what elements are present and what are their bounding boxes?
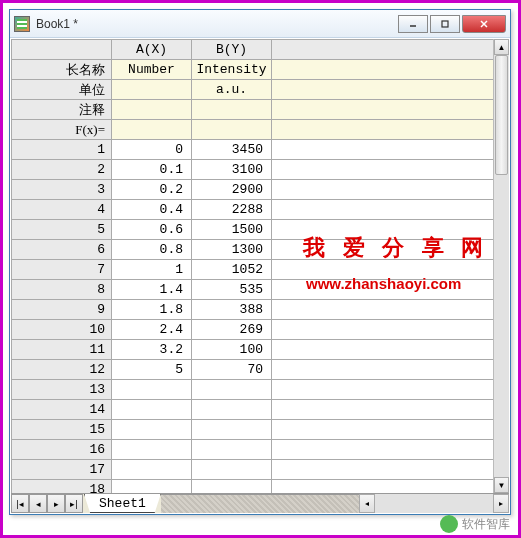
comments-b[interactable] — [192, 100, 272, 120]
cell-b[interactable]: 2288 — [192, 200, 272, 220]
scroll-right-button[interactable]: ▸ — [493, 494, 509, 513]
cell-empty[interactable] — [272, 360, 494, 380]
scroll-left-button[interactable]: ◂ — [359, 494, 375, 513]
cell-a[interactable]: 0.1 — [112, 160, 192, 180]
cell-empty[interactable] — [272, 380, 494, 400]
cell-b[interactable] — [192, 420, 272, 440]
horizontal-scrollbar[interactable]: ◂ ▸ — [359, 494, 509, 513]
row-number[interactable]: 6 — [12, 240, 112, 260]
sheet-nav-prev[interactable]: ◂ — [29, 494, 47, 513]
row-number[interactable]: 15 — [12, 420, 112, 440]
sheet-nav-next[interactable]: ▸ — [47, 494, 65, 513]
cell-empty[interactable] — [272, 180, 494, 200]
cell-a[interactable] — [112, 380, 192, 400]
row-number[interactable]: 12 — [12, 360, 112, 380]
cell-a[interactable] — [112, 480, 192, 494]
row-number[interactable]: 4 — [12, 200, 112, 220]
row-number[interactable]: 3 — [12, 180, 112, 200]
titlebar[interactable]: Book1 * — [10, 10, 510, 38]
cell-b[interactable]: 1300 — [192, 240, 272, 260]
cell-b[interactable]: 100 — [192, 340, 272, 360]
cell-empty[interactable] — [272, 340, 494, 360]
row-number[interactable]: 16 — [12, 440, 112, 460]
row-number[interactable]: 8 — [12, 280, 112, 300]
cell-empty[interactable] — [272, 280, 494, 300]
row-number[interactable]: 10 — [12, 320, 112, 340]
cell-empty[interactable] — [272, 260, 494, 280]
row-number[interactable]: 14 — [12, 400, 112, 420]
longname-a[interactable]: Number — [112, 60, 192, 80]
cell-a[interactable] — [112, 460, 192, 480]
scroll-down-button[interactable]: ▼ — [494, 477, 509, 493]
cell-a[interactable]: 0.4 — [112, 200, 192, 220]
cell-empty[interactable] — [272, 200, 494, 220]
longname-b[interactable]: Intensity — [192, 60, 272, 80]
cell-empty[interactable] — [272, 240, 494, 260]
corner-cell[interactable] — [12, 40, 112, 60]
cell-empty[interactable] — [272, 480, 494, 494]
sheet-spacer[interactable] — [161, 494, 359, 513]
cell-b[interactable]: 269 — [192, 320, 272, 340]
cell-a[interactable]: 5 — [112, 360, 192, 380]
vscroll-thumb[interactable] — [495, 55, 508, 175]
cell-b[interactable]: 388 — [192, 300, 272, 320]
cell-b[interactable] — [192, 400, 272, 420]
cell-empty[interactable] — [272, 440, 494, 460]
row-label-comments[interactable]: 注释 — [12, 100, 112, 120]
hscroll-track[interactable] — [375, 494, 493, 513]
cell-b[interactable]: 1500 — [192, 220, 272, 240]
sheet-nav-last[interactable]: ▸| — [65, 494, 83, 513]
cell-a[interactable]: 3.2 — [112, 340, 192, 360]
row-number[interactable]: 18 — [12, 480, 112, 494]
maximize-button[interactable] — [430, 15, 460, 33]
row-label-longname[interactable]: 长名称 — [12, 60, 112, 80]
cell-a[interactable] — [112, 400, 192, 420]
sheet-tab[interactable]: Sheet1 — [84, 494, 161, 513]
cell-a[interactable]: 1.8 — [112, 300, 192, 320]
minimize-button[interactable] — [398, 15, 428, 33]
row-number[interactable]: 1 — [12, 140, 112, 160]
worksheet-grid[interactable]: A(X) B(Y) 长名称 Number Intensity 单位 a.u. 注… — [11, 39, 493, 493]
cell-empty[interactable] — [272, 320, 494, 340]
cell-b[interactable] — [192, 380, 272, 400]
cell-empty[interactable] — [272, 300, 494, 320]
cell-b[interactable] — [192, 460, 272, 480]
vertical-scrollbar[interactable]: ▲ ▼ — [493, 39, 509, 493]
row-number[interactable]: 9 — [12, 300, 112, 320]
cell-b[interactable] — [192, 440, 272, 460]
row-number[interactable]: 7 — [12, 260, 112, 280]
cell-b[interactable]: 3100 — [192, 160, 272, 180]
cell-a[interactable]: 1.4 — [112, 280, 192, 300]
cell-empty[interactable] — [272, 420, 494, 440]
comments-a[interactable] — [112, 100, 192, 120]
row-label-fx[interactable]: F(x)= — [12, 120, 112, 140]
fx-b[interactable] — [192, 120, 272, 140]
cell-empty[interactable] — [272, 160, 494, 180]
fx-a[interactable] — [112, 120, 192, 140]
sheet-nav-first[interactable]: |◂ — [11, 494, 29, 513]
cell-empty[interactable] — [272, 140, 494, 160]
close-button[interactable] — [462, 15, 506, 33]
cell-b[interactable]: 1052 — [192, 260, 272, 280]
cell-a[interactable]: 0.2 — [112, 180, 192, 200]
row-number[interactable]: 5 — [12, 220, 112, 240]
cell-b[interactable]: 3450 — [192, 140, 272, 160]
vscroll-track[interactable] — [494, 55, 509, 477]
cell-b[interactable] — [192, 480, 272, 494]
cell-empty[interactable] — [272, 400, 494, 420]
cell-a[interactable]: 0.8 — [112, 240, 192, 260]
row-number[interactable]: 17 — [12, 460, 112, 480]
row-number[interactable]: 11 — [12, 340, 112, 360]
cell-empty[interactable] — [272, 220, 494, 240]
cell-a[interactable]: 0.6 — [112, 220, 192, 240]
cell-empty[interactable] — [272, 460, 494, 480]
column-header-b[interactable]: B(Y) — [192, 40, 272, 60]
cell-a[interactable]: 0 — [112, 140, 192, 160]
cell-a[interactable] — [112, 420, 192, 440]
cell-a[interactable]: 1 — [112, 260, 192, 280]
row-label-units[interactable]: 单位 — [12, 80, 112, 100]
units-b[interactable]: a.u. — [192, 80, 272, 100]
cell-b[interactable]: 535 — [192, 280, 272, 300]
cell-a[interactable] — [112, 440, 192, 460]
row-number[interactable]: 13 — [12, 380, 112, 400]
